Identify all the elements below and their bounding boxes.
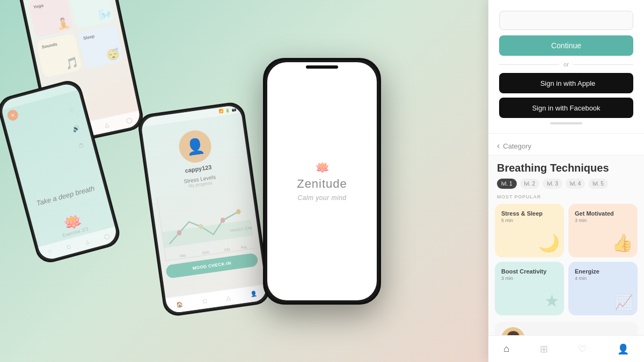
- breathe-card: Brea... 🌬️: [69, 0, 115, 29]
- category-section: ‹ Category Breathing Techniques lvl. 1 l…: [488, 134, 644, 335]
- level-tab-5[interactable]: lvl. 5: [588, 179, 608, 189]
- svg-point-5: [236, 209, 241, 215]
- app-title: Zenitude: [297, 177, 347, 191]
- energize-card[interactable]: Energize 4 min 📈: [568, 262, 638, 315]
- signin-section: Continue or Sign in with Apple Sign in w…: [488, 0, 644, 134]
- category-main-title: Breathing Techniques: [488, 156, 644, 179]
- nav-grid-icon[interactable]: ⊞: [540, 343, 548, 355]
- phone-notch: [306, 65, 338, 69]
- stress-sleep-card[interactable]: Stress & Sleep 5 min 🌙: [495, 204, 564, 257]
- svg-rect-0: [162, 219, 253, 248]
- meditation-text: Take a deep breath: [26, 182, 105, 210]
- profile-avatar: 👤: [177, 128, 214, 165]
- level-tab-2[interactable]: lvl. 2: [520, 179, 540, 189]
- side-icons: ♡ 🔊 ⏱: [65, 104, 87, 152]
- card-title-4: Energize: [575, 268, 631, 275]
- svg-text:15: 15: [159, 243, 164, 248]
- apple-signin-label: Sign in with Apple: [540, 79, 596, 87]
- card-duration-4: 4 min: [575, 276, 631, 281]
- boost-creativity-card[interactable]: Boost Creativity 3 min ★: [495, 262, 564, 315]
- yoga-card: Yoga 🧘: [28, 0, 74, 38]
- level-tab-3[interactable]: lvl. 3: [543, 179, 562, 189]
- or-divider: or: [499, 61, 633, 68]
- svg-text:Aug: Aug: [240, 245, 247, 250]
- bottom-nav-small: 🏠 ◻ △ 👤: [165, 284, 267, 314]
- right-panel: Continue or Sign in with Apple Sign in w…: [488, 0, 644, 362]
- instructor-avatar: 👨: [501, 327, 525, 335]
- card-title-3: Boost Creativity: [501, 268, 558, 275]
- facebook-signin-button[interactable]: Sign in with Facebook: [499, 98, 633, 118]
- star-icon: ★: [544, 291, 560, 311]
- app-tagline: Calm your mind: [297, 194, 346, 202]
- card-title-2: Get Motivated: [575, 210, 631, 217]
- instructor-banner[interactable]: 👨 Meet your Instructors ›: [495, 322, 638, 335]
- zenitude-logo: 🪷: [315, 161, 330, 175]
- apple-signin-button[interactable]: Sign in with Apple: [499, 73, 633, 93]
- card-title-1: Stress & Sleep: [501, 210, 558, 217]
- phone-profile: 📶 🔋 📷 👤 cappy123 Stress Levels My progre…: [137, 101, 272, 317]
- card-duration-3: 3 min: [501, 276, 558, 281]
- svg-text:20: 20: [158, 233, 162, 238]
- moon-icon: 🌙: [538, 233, 560, 253]
- email-input[interactable]: [499, 11, 633, 30]
- technique-cards: Stress & Sleep 5 min 🌙 Get Motivated 3 m…: [488, 204, 644, 322]
- home-indicator: [550, 122, 582, 124]
- sounds-card: Sounds 🎵: [36, 33, 82, 78]
- level-tab-1[interactable]: lvl. 1: [497, 179, 517, 189]
- card-duration-1: 5 min: [501, 218, 558, 223]
- get-motivated-card[interactable]: Get Motivated 3 min 👍: [568, 204, 638, 257]
- continue-button[interactable]: Continue: [499, 35, 633, 56]
- or-label: or: [564, 61, 569, 68]
- phone-main: 🪷 Zenitude Calm your mind: [263, 58, 381, 305]
- nav-profile-icon[interactable]: 👤: [617, 343, 629, 355]
- bottom-nav: ⌂ ⊞ ♡ 👤: [488, 335, 644, 362]
- card-duration-2: 3 min: [575, 218, 631, 223]
- svg-text:25: 25: [157, 223, 160, 227]
- nav-home-icon[interactable]: ⌂: [503, 343, 509, 354]
- back-arrow-icon[interactable]: ‹: [497, 141, 500, 151]
- level-tab-4[interactable]: lvl. 4: [566, 179, 586, 189]
- svg-text:July: July: [224, 247, 231, 252]
- sleep-card: Sleep 😴: [78, 24, 124, 69]
- category-label: Category: [503, 142, 531, 150]
- category-header: ‹ Category: [488, 134, 644, 156]
- svg-text:May: May: [179, 253, 186, 258]
- svg-text:June: June: [202, 250, 210, 255]
- most-popular-label: MOST POPULAR: [488, 194, 644, 204]
- thumbsup-icon: 👍: [612, 233, 633, 253]
- stress-chart: TARGET ZONE May June July Aug 25 20: [157, 185, 255, 261]
- chart-icon: 📈: [614, 293, 633, 311]
- category-grid: Yoga 🧘 Brea... 🌬️ Sounds 🎵 Sleep 😴: [21, 0, 129, 83]
- svg-text:10: 10: [161, 254, 165, 258]
- level-tabs: lvl. 1 lvl. 2 lvl. 3 lvl. 4 lvl. 5: [488, 179, 644, 194]
- nav-heart-icon[interactable]: ♡: [578, 343, 587, 355]
